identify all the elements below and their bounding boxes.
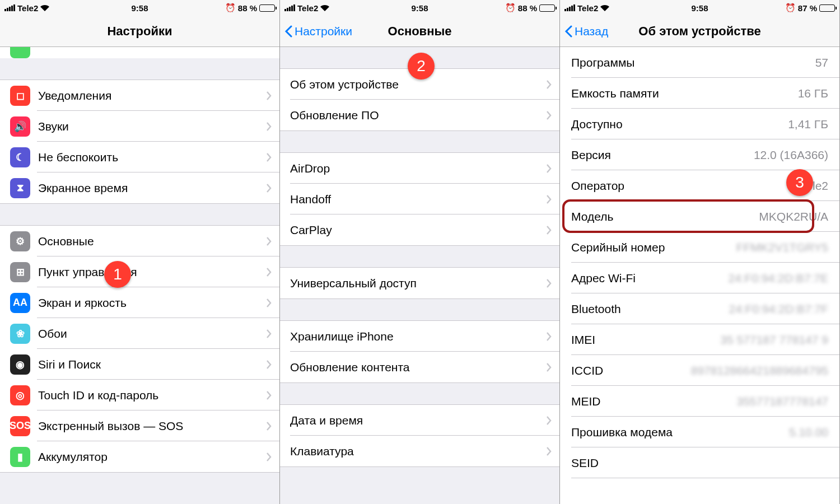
chevron-right-icon xyxy=(266,122,272,132)
phone-general: Tele2 9:58 ⏰ 88 % Настройки Основные Об … xyxy=(280,0,560,504)
back-button[interactable]: Настройки xyxy=(284,25,352,38)
step-badge-3: 3 xyxy=(786,169,813,196)
settings-row[interactable]: ⊞ Пункт управления xyxy=(0,256,279,287)
chevron-right-icon xyxy=(266,91,272,101)
chevron-right-icon xyxy=(266,183,272,193)
settings-row[interactable]: Клавиатура xyxy=(280,436,559,466)
info-row: Программы 57 xyxy=(560,47,839,78)
chevron-right-icon xyxy=(266,152,272,162)
status-bar: Tele2 9:58 ⏰ 88 % xyxy=(0,0,279,16)
carrier-label: Tele2 xyxy=(297,3,318,13)
back-label: Назад xyxy=(575,25,608,38)
page-title: Основные xyxy=(388,24,452,39)
row-icon: ◎ xyxy=(10,385,30,405)
row-label: Дата и время xyxy=(290,414,546,427)
info-label: Оператор xyxy=(571,179,624,193)
settings-row[interactable]: AA Экран и яркость xyxy=(0,287,279,318)
wifi-icon xyxy=(600,4,609,11)
general-list[interactable]: Об этом устройстве Обновление ПО AirDrop… xyxy=(280,47,559,504)
page-title: Об этом устройстве xyxy=(638,24,760,39)
chevron-right-icon xyxy=(266,390,272,400)
row-icon: ◻ xyxy=(10,86,30,106)
info-label: MEID xyxy=(571,395,601,408)
row-label: Клавиатура xyxy=(290,445,546,458)
chevron-right-icon xyxy=(546,278,552,288)
page-title: Настройки xyxy=(107,24,172,39)
battery-icon xyxy=(819,4,835,12)
settings-row[interactable]: ⧗ Экранное время xyxy=(0,172,279,203)
signal-icon xyxy=(564,4,575,11)
row-icon: ☾ xyxy=(10,147,30,167)
row-icon: ⚙ xyxy=(10,231,30,251)
settings-row[interactable]: ☾ Не беспокоить xyxy=(0,142,279,172)
settings-row[interactable]: Универсальный доступ xyxy=(280,268,559,298)
carrier-label: Tele2 xyxy=(577,3,598,13)
row-label: Универсальный доступ xyxy=(290,277,546,290)
step-badge-2: 2 xyxy=(408,53,435,80)
chevron-right-icon xyxy=(266,329,272,339)
signal-icon xyxy=(4,4,15,11)
settings-row[interactable]: ◉ Siri и Поиск xyxy=(0,349,279,380)
alarm-icon: ⏰ xyxy=(505,3,516,13)
row-label: Пункт управления xyxy=(38,265,266,279)
info-row: ICCID 897812866421889684795 xyxy=(560,355,839,386)
settings-row[interactable]: Обновление контента xyxy=(280,352,559,382)
row-label: Не беспокоить xyxy=(38,151,266,164)
info-row: IMEI 35 577187 778147 9 xyxy=(560,324,839,355)
step-badge-1: 1 xyxy=(104,261,131,288)
info-row: SEID xyxy=(560,447,839,478)
chevron-right-icon xyxy=(546,332,552,342)
phone-about: Tele2 9:58 ⏰ 87 % Назад Об этом устройст… xyxy=(560,0,840,504)
nav-bar: Назад Об этом устройстве xyxy=(560,16,839,47)
battery-icon xyxy=(259,4,275,12)
settings-row[interactable]: Дата и время xyxy=(280,405,559,436)
settings-row[interactable]: ⚙ Основные xyxy=(0,226,279,256)
status-time: 9:58 xyxy=(131,3,148,13)
status-bar: Tele2 9:58 ⏰ 87 % xyxy=(560,0,839,16)
info-row: Модель MKQK2RU/A xyxy=(560,201,839,232)
row-label: CarPlay xyxy=(290,223,546,237)
settings-row[interactable]: Обновление ПО xyxy=(280,100,559,130)
alarm-icon: ⏰ xyxy=(785,3,796,13)
info-label: ICCID xyxy=(571,364,603,377)
info-label: Прошивка модема xyxy=(571,426,673,439)
info-row: Емкость памяти 16 ГБ xyxy=(560,78,839,109)
back-button[interactable]: Назад xyxy=(564,25,608,38)
battery-percent: 88 % xyxy=(518,3,537,13)
nav-bar: Настройки Основные xyxy=(280,16,559,47)
chevron-right-icon xyxy=(546,446,552,456)
chevron-right-icon xyxy=(546,80,552,90)
settings-row[interactable]: ▮ Аккумулятор xyxy=(0,441,279,472)
settings-row[interactable]: Хранилище iPhone xyxy=(280,321,559,352)
row-icon: AA xyxy=(10,293,30,313)
back-label: Настройки xyxy=(295,25,352,38)
chevron-right-icon xyxy=(266,421,272,431)
row-label: Звуки xyxy=(38,120,266,133)
settings-row[interactable]: ◎ Touch ID и код-пароль xyxy=(0,380,279,410)
settings-list[interactable]: ◻ Уведомления 🔊 Звуки ☾ Не беспокоить ⧗ … xyxy=(0,47,279,504)
info-label: Модель xyxy=(571,210,613,223)
info-label: Емкость памяти xyxy=(571,87,659,100)
row-label: Аккумулятор xyxy=(38,450,266,464)
info-row: Версия 12.0 (16A366) xyxy=(560,139,839,170)
about-list[interactable]: Программы 57 Емкость памяти 16 ГБ Доступ… xyxy=(560,47,839,504)
battery-percent: 87 % xyxy=(798,3,817,13)
info-value: 24:F0:94:2D:B7:7E xyxy=(728,272,828,285)
chevron-right-icon xyxy=(266,298,272,308)
settings-row[interactable]: ❀ Обои xyxy=(0,318,279,349)
carrier-label: Tele2 xyxy=(17,3,38,13)
settings-row[interactable]: SOS Экстренный вызов — SOS xyxy=(0,410,279,441)
info-value: 35 577187 778147 9 xyxy=(720,333,828,347)
settings-row[interactable]: ◻ Уведомления xyxy=(0,80,279,111)
info-row: MEID 35577187778147 xyxy=(560,386,839,417)
settings-row[interactable]: 🔊 Звуки xyxy=(0,111,279,142)
settings-row[interactable]: AirDrop xyxy=(280,153,559,184)
settings-row[interactable]: CarPlay xyxy=(280,214,559,245)
row-label: Siri и Поиск xyxy=(38,358,266,371)
info-value: MKQK2RU/A xyxy=(759,210,828,223)
info-label: Bluetooth xyxy=(571,302,621,316)
settings-row[interactable]: Handoff xyxy=(280,184,559,214)
phone-settings: Tele2 9:58 ⏰ 88 % Настройки ◻ Уведомлени… xyxy=(0,0,280,504)
info-value: 35577187778147 xyxy=(736,395,828,408)
nav-bar: Настройки xyxy=(0,16,279,47)
